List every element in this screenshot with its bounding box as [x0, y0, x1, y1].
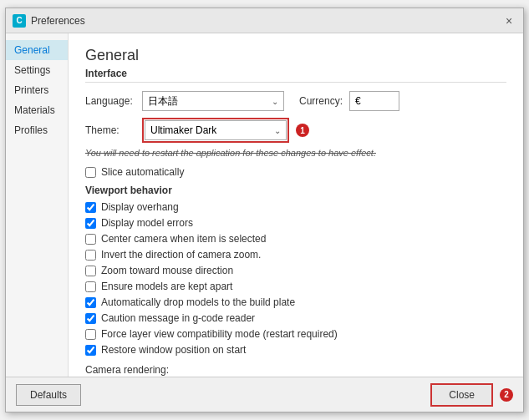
sidebar-item-settings[interactable]: Settings [6, 60, 68, 80]
app-icon: C [13, 14, 26, 28]
checkbox-3[interactable] [85, 250, 96, 261]
theme-arrow-icon: ⌄ [274, 126, 281, 135]
checkbox-label-6: Automatically drop models to the build p… [101, 296, 295, 308]
checkbox-label-3: Invert the direction of camera zoom. [101, 249, 261, 261]
checkbox-row-4: Zoom toward mouse direction [85, 265, 506, 276]
checkbox-row-5: Ensure models are kept apart [85, 281, 506, 292]
bottom-right: Close 2 [430, 383, 513, 407]
language-select[interactable]: 日本語 ⌄ [142, 91, 284, 111]
checkbox-row-0: Display overhang [85, 201, 506, 213]
slice-auto-checkbox[interactable] [85, 167, 96, 178]
defaults-button[interactable]: Defaults [16, 384, 81, 406]
checkbox-0[interactable] [85, 202, 96, 213]
close-icon[interactable]: × [501, 13, 516, 28]
titlebar-left: C Preferences [13, 14, 85, 28]
checkbox-label-0: Display overhang [101, 201, 179, 213]
checkbox-label-2: Center camera when item is selected [101, 233, 266, 245]
theme-row: Theme: Ultimaker Dark ⌄ 1 [85, 118, 506, 143]
checkbox-row-1: Display model errors [85, 217, 506, 229]
checkbox-row-3: Invert the direction of camera zoom. [85, 249, 506, 261]
checkbox-label-1: Display model errors [101, 217, 193, 229]
close-badge: 2 [500, 388, 513, 402]
titlebar: C Preferences × [6, 8, 523, 33]
restart-notice: You will need to restart the application… [85, 148, 506, 158]
currency-input[interactable] [349, 91, 399, 111]
checkbox-2[interactable] [85, 234, 96, 245]
sidebar: General Settings Printers Materials Prof… [6, 33, 69, 377]
page-title: General [85, 47, 506, 64]
checkbox-4[interactable] [85, 266, 96, 276]
checkbox-row-7: Caution message in g-code reader [85, 312, 506, 324]
slice-auto-row: Slice automatically [85, 166, 506, 178]
language-row: Language: 日本語 ⌄ Currency: [85, 91, 506, 111]
theme-label: Theme: [85, 124, 135, 136]
language-label: Language: [85, 95, 135, 107]
checkbox-1[interactable] [85, 218, 96, 229]
preferences-window: C Preferences × General Settings Printer… [5, 8, 524, 412]
interface-label: Interface [85, 68, 506, 83]
camera-section: Camera rendering: Perspective ⌄ [85, 364, 506, 377]
bottom-bar: Defaults Close 2 [6, 377, 523, 412]
checkbox-5[interactable] [85, 281, 96, 292]
main-panel: General Interface Language: 日本語 ⌄ Curren… [69, 33, 523, 377]
viewport-section: Viewport behavior Display overhangDispla… [85, 185, 506, 356]
currency-label: Currency: [299, 95, 343, 107]
checkbox-9[interactable] [85, 345, 96, 356]
viewport-checkboxes: Display overhangDisplay model errorsCent… [85, 201, 506, 356]
window-title: Preferences [31, 15, 85, 27]
sidebar-item-printers[interactable]: Printers [6, 80, 68, 100]
checkbox-label-5: Ensure models are kept apart [101, 281, 232, 292]
checkbox-7[interactable] [85, 313, 96, 324]
sidebar-item-profiles[interactable]: Profiles [6, 120, 68, 140]
language-arrow-icon: ⌄ [272, 97, 278, 106]
checkbox-label-7: Caution message in g-code reader [101, 312, 255, 324]
slice-auto-label: Slice automatically [101, 166, 184, 178]
checkbox-label-8: Force layer view compatibility mode (res… [101, 328, 338, 340]
theme-select[interactable]: Ultimaker Dark ⌄ [145, 120, 287, 140]
checkbox-row-2: Center camera when item is selected [85, 233, 506, 245]
camera-label: Camera rendering: [85, 364, 506, 376]
checkbox-row-9: Restore window position on start [85, 344, 506, 356]
close-button[interactable]: Close [430, 383, 493, 407]
checkbox-8[interactable] [85, 329, 96, 340]
sidebar-item-materials[interactable]: Materials [6, 100, 68, 120]
main-content-area: General Settings Printers Materials Prof… [6, 33, 523, 377]
checkbox-label-4: Zoom toward mouse direction [101, 265, 233, 276]
theme-select-wrapper: Ultimaker Dark ⌄ [142, 118, 289, 143]
checkbox-row-6: Automatically drop models to the build p… [85, 296, 506, 308]
checkbox-6[interactable] [85, 297, 96, 308]
theme-info-badge: 1 [296, 124, 309, 137]
checkbox-row-8: Force layer view compatibility mode (res… [85, 328, 506, 340]
checkbox-label-9: Restore window position on start [101, 344, 246, 356]
sidebar-item-general[interactable]: General [6, 40, 68, 60]
viewport-title: Viewport behavior [85, 185, 506, 196]
